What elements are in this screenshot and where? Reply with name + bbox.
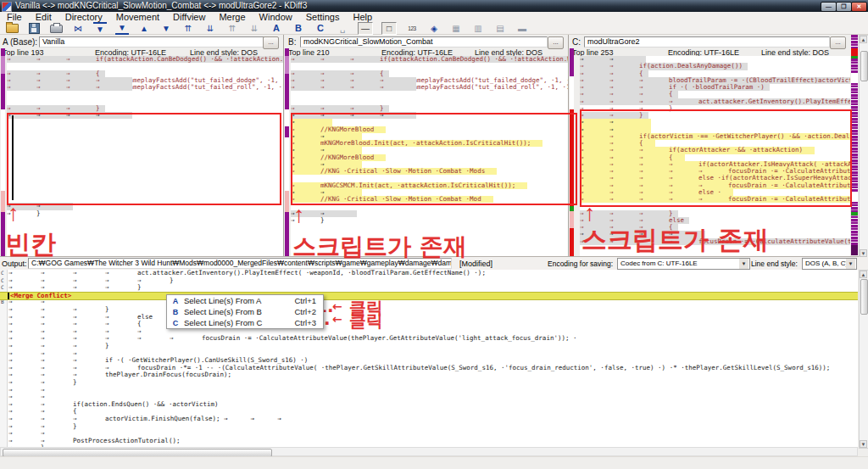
app-icon <box>2 2 12 12</box>
annotation-label-script-exists-b: 스크립트가 존재 <box>292 231 467 263</box>
menu-diffview[interactable]: Diffview <box>166 12 212 23</box>
code-line: →→→if(attackAction.CanBeDodged() ·&& ·!a… <box>291 56 568 63</box>
split-window-3-icon[interactable]: ▤ <box>493 23 507 34</box>
output-vertical-scrollbar[interactable]: ▲ ▼ <box>859 270 868 449</box>
minimize-button[interactable]: — <box>821 2 837 12</box>
tab-marker: → <box>41 328 73 336</box>
goto-first-delta-icon[interactable]: ▼ <box>93 22 107 35</box>
code-line: →→→→→} <box>8 277 856 285</box>
encoding-for-saving-select[interactable]: Codec from C: UTF-16LE <box>617 258 750 270</box>
source-letter: C <box>1 277 4 283</box>
tab-marker: → <box>350 84 380 91</box>
tab-marker: → <box>73 357 105 365</box>
tab-marker: → <box>580 56 609 63</box>
pane-c-browse-button[interactable]: ... <box>830 36 846 49</box>
ctx-select-from-a[interactable]: ASelect Line(s) From ACtrl+1 <box>167 295 323 306</box>
title-bar: Vanilla <-> modKNGCritical_SlowMotion_Co… <box>0 0 868 12</box>
line-end-style-select[interactable]: DOS (A, B, C) <box>802 258 857 270</box>
open-icon[interactable] <box>5 23 19 34</box>
pane-a-label: A (Base): <box>3 37 37 47</box>
tab-marker: → <box>7 77 36 84</box>
overview-red-segment <box>851 48 858 56</box>
tab-marker: → <box>350 56 380 63</box>
menu-file[interactable]: File <box>0 12 29 23</box>
code-text: } <box>36 209 41 217</box>
code-line: →→→if(attackAction.CanBeDodged() ·&& ·!a… <box>7 56 283 63</box>
tab-marker: → <box>66 56 96 63</box>
ctx-select-from-c[interactable]: CSelect Line(s) From CCtrl+3 <box>167 317 323 328</box>
menu-window[interactable]: Window <box>253 12 299 23</box>
maximize-button[interactable]: ❐ <box>836 2 852 12</box>
tab-marker: → <box>291 56 320 63</box>
pane-c-file-field[interactable]: modUltraGore2 <box>584 36 830 47</box>
next-conflict-icon[interactable]: ⇊ <box>203 23 217 34</box>
print-icon[interactable] <box>49 23 63 34</box>
goto-current-delta-icon[interactable]: ⋈ <box>71 23 85 34</box>
horizontal-scrollbar[interactable] <box>0 447 858 456</box>
tab-marker: → <box>320 70 350 77</box>
prev-delta-icon[interactable]: ▲ <box>137 23 151 34</box>
tab-marker: → <box>580 98 609 105</box>
save-icon[interactable] <box>27 23 41 34</box>
line-numbers-icon[interactable]: 123 <box>405 23 419 34</box>
annotation-left-arrow-1: ← <box>332 299 342 313</box>
next-delta-icon[interactable]: ▼ <box>159 23 173 34</box>
next-unsolved-conflict-icon[interactable]: ⇊ <box>248 23 261 34</box>
source-letter: C <box>1 284 4 290</box>
code-text: } <box>73 422 77 430</box>
code-line: →→→if ·( ·bloodTrailParam ·) <box>580 84 850 91</box>
settings-diamond-icon[interactable]: ◈ <box>427 23 441 34</box>
ctx-select-from-b[interactable]: BSelect Line(s) From BCtrl+2 <box>167 306 323 317</box>
code-line: →→ <box>8 299 856 306</box>
tab-marker: → <box>96 84 125 91</box>
code-line: →→→} <box>291 105 568 112</box>
select-c-icon[interactable]: C <box>314 23 327 34</box>
tab-marker: → <box>36 84 66 91</box>
annotation-label-blank: 빈칸 <box>5 227 56 262</box>
show-whitespace-icon[interactable]: ␣ <box>336 23 349 34</box>
scroll-down-icon[interactable]: ▼ <box>860 249 867 257</box>
scrollbar-thumb[interactable] <box>860 51 868 81</box>
pane-a-browse-button[interactable]: ... <box>263 36 279 49</box>
code-text: GameplayFactsAdd("tut_failed_roll", ·1, … <box>409 83 568 91</box>
split-window-2-icon[interactable]: ▥ <box>471 23 485 34</box>
diff-overview-column[interactable] <box>851 35 858 255</box>
pane-a-file-field[interactable]: Vanilla <box>39 36 264 47</box>
encoding-for-saving-label: Encoding for saving: <box>548 260 613 268</box>
menu-merge[interactable]: Merge <box>212 12 252 23</box>
panes-vertical-scrollbar[interactable]: ▲ ▼ <box>859 35 868 258</box>
code-line: →→→→{ <box>8 321 856 328</box>
split-window-icon[interactable]: ▦ <box>449 23 463 34</box>
merge-output-editor[interactable]: CCC?B →→→→act.attacker.GetInventory().Pl… <box>0 270 858 447</box>
a-source-icon: A <box>167 297 184 305</box>
scrollbar-thumb[interactable] <box>860 279 868 315</box>
tab-marker: → <box>137 335 170 343</box>
select-a-icon[interactable]: A <box>270 23 283 34</box>
status-bar <box>0 456 868 469</box>
show-linenumbers-toggle[interactable]: □ <box>381 22 397 35</box>
pane-b-browse-button[interactable]: ... <box>548 36 564 49</box>
menu-edit[interactable]: Edit <box>29 12 58 23</box>
code-line: →→→thePlayer.DrainFocus(focusDrain); <box>8 371 856 379</box>
pane-b-file-field[interactable]: modKNGCritical_SlowMotion_Combat <box>300 36 548 47</box>
tab-marker: → <box>580 91 609 98</box>
scroll-up-icon[interactable]: ▲ <box>860 36 867 43</box>
annotation-arrow-c: ↑ <box>584 202 596 224</box>
code-line: →→→→else <box>8 314 856 321</box>
goto-last-delta-icon[interactable]: ▼ <box>115 22 129 35</box>
scroll-down-icon[interactable]: ▼ <box>860 440 867 448</box>
tab-marker: → <box>580 77 609 84</box>
ctx-item-label: Select Line(s) From C <box>184 318 294 327</box>
scroll-up-icon[interactable]: ▲ <box>860 271 867 278</box>
close-button[interactable]: ✕ <box>851 2 867 12</box>
menu-settings[interactable]: Settings <box>299 12 347 23</box>
prev-unsolved-conflict-icon[interactable]: ⇈ <box>225 23 239 34</box>
tab-marker: → <box>7 56 36 63</box>
code-line: →→PostProcessActionTutorial(); <box>8 438 856 445</box>
tab-marker: → <box>66 70 96 77</box>
select-b-icon[interactable]: B <box>292 23 305 34</box>
join-window-icon[interactable]: ▬ <box>515 23 529 34</box>
prev-conflict-icon[interactable]: ⇈ <box>181 23 195 34</box>
annotation-click-2: 클릭 <box>349 310 383 332</box>
show-whitespace-chars-toggle[interactable]: — <box>358 22 373 35</box>
